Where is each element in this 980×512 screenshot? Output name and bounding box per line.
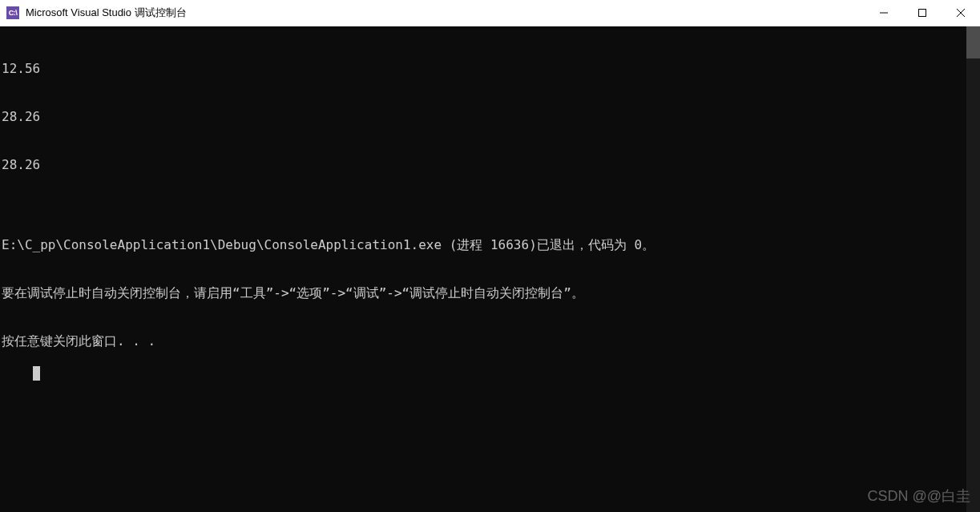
console-line: E:\C_pp\ConsoleApplication1\Debug\Consol… (2, 237, 965, 253)
maximize-button[interactable] (903, 0, 942, 26)
scrollbar-vertical[interactable] (966, 26, 980, 512)
console-line: 按任意键关闭此窗口. . . (2, 333, 965, 349)
close-icon (957, 9, 965, 17)
minimize-button[interactable] (865, 0, 903, 26)
console-line: 要在调试停止时自动关闭控制台，请启用“工具”->“选项”->“调试”->“调试停… (2, 285, 965, 301)
console-line: 28.26 (2, 157, 965, 173)
console-output[interactable]: 12.56 28.26 28.26 E:\C_pp\ConsoleApplica… (0, 26, 966, 512)
console-line: 12.56 (2, 61, 965, 77)
scrollbar-thumb[interactable] (966, 26, 980, 58)
window-controls (865, 0, 980, 26)
minimize-icon (880, 9, 888, 17)
svg-rect-1 (919, 10, 926, 17)
window-title: Microsoft Visual Studio 调试控制台 (26, 6, 865, 20)
console-line: 28.26 (2, 109, 965, 125)
watermark: CSDN @@白圭 (867, 486, 970, 506)
close-button[interactable] (942, 0, 980, 26)
cursor (33, 366, 40, 381)
maximize-icon (918, 9, 926, 17)
app-icon: C:\ (6, 6, 19, 19)
console-area: 12.56 28.26 28.26 E:\C_pp\ConsoleApplica… (0, 26, 980, 512)
titlebar: C:\ Microsoft Visual Studio 调试控制台 (0, 0, 980, 26)
